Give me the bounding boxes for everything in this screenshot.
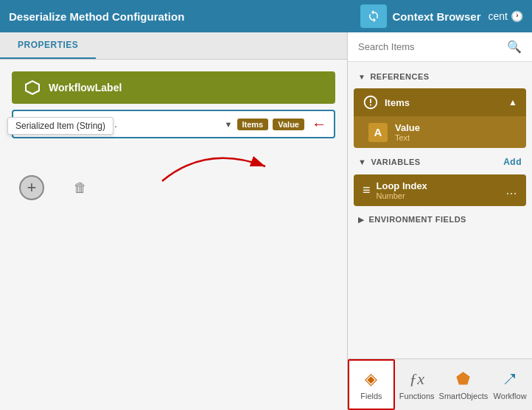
loop-type: Number bbox=[377, 191, 500, 200]
workflow-label: Workflow bbox=[494, 392, 527, 400]
sync-button[interactable] bbox=[360, 4, 387, 28]
context-browser-title: Context Browser bbox=[393, 10, 481, 23]
add-button[interactable]: + bbox=[19, 175, 44, 200]
dropdown-arrow-icon[interactable]: ▼ bbox=[225, 120, 233, 129]
tab-fields[interactable]: ◈ Fields bbox=[348, 359, 395, 410]
environment-header: ▶ ENVIRONMENT FIELDS bbox=[348, 211, 532, 228]
delete-button[interactable]: 🗑 bbox=[74, 180, 87, 196]
search-icon: 🔍 bbox=[507, 40, 522, 54]
clock-icon: 🕐 bbox=[511, 10, 523, 22]
value-name: Value bbox=[395, 122, 516, 133]
smart-objects-label: SmartObjects bbox=[439, 392, 489, 400]
app-title: Deserialize Method Configuration bbox=[9, 10, 360, 23]
tab-functions[interactable]: ƒx Functions bbox=[395, 359, 439, 410]
functions-icon: ƒx bbox=[409, 370, 424, 389]
action-row: + 🗑 bbox=[12, 175, 335, 200]
tab-properties[interactable]: PROPERTIES bbox=[0, 32, 96, 59]
recent-label: cent bbox=[489, 10, 508, 22]
variables-section: ▼ VARIABLES Add ≡ Loop Index Number … bbox=[348, 152, 532, 206]
value-badge[interactable]: Value bbox=[273, 119, 304, 130]
references-collapse-icon[interactable]: ▼ bbox=[358, 73, 365, 81]
workflow-label-text: WorkflowLabel bbox=[49, 82, 122, 93]
properties-tabs: PROPERTIES bbox=[0, 32, 347, 60]
value-type: Text bbox=[395, 133, 516, 142]
value-item[interactable]: A Value Text bbox=[354, 116, 526, 148]
app-header: Deserialize Method Configuration Context… bbox=[0, 0, 532, 32]
loop-icon: ≡ bbox=[363, 183, 371, 198]
tab-workflow[interactable]: ⭧ Workflow bbox=[488, 359, 532, 410]
variables-collapse-icon[interactable]: ▼ bbox=[358, 158, 366, 166]
variables-label: VARIABLES bbox=[371, 158, 420, 166]
sync-icon bbox=[367, 10, 380, 23]
loop-index-block[interactable]: ≡ Loop Index Number … bbox=[354, 174, 526, 206]
search-bar: 🔍 bbox=[348, 32, 532, 62]
workflow-area: WorkflowLabel 📋 Serialized Item (... ▼ I… bbox=[0, 60, 347, 410]
references-header: ▼ REFERENCES bbox=[348, 68, 532, 85]
smart-objects-icon: ⬟ bbox=[456, 370, 470, 389]
workflow-icon: ⭧ bbox=[502, 370, 518, 389]
items-block: Items ▲ A Value Text bbox=[354, 88, 526, 148]
loop-menu-icon[interactable]: … bbox=[505, 184, 517, 197]
left-panel: PROPERTIES WorkflowLabel 📋 Serialized It… bbox=[0, 32, 348, 410]
items-icon bbox=[363, 94, 379, 110]
workflow-label-block: WorkflowLabel bbox=[12, 71, 335, 104]
main-container: PROPERTIES WorkflowLabel 📋 Serialized It… bbox=[0, 32, 532, 410]
fields-icon: ◈ bbox=[365, 370, 377, 389]
env-expand-icon[interactable]: ▶ bbox=[358, 216, 365, 224]
functions-label: Functions bbox=[399, 392, 435, 400]
value-letter: A bbox=[368, 123, 388, 142]
items-title: Items bbox=[385, 97, 503, 108]
arrow-left-icon: ← bbox=[312, 116, 326, 132]
items-block-header[interactable]: Items ▲ bbox=[354, 88, 526, 116]
items-badge[interactable]: Items bbox=[237, 119, 269, 130]
environment-label: ENVIRONMENT FIELDS bbox=[369, 215, 466, 224]
items-expand-icon[interactable]: ▲ bbox=[508, 97, 517, 107]
serialized-tooltip: Serialized Item (String) bbox=[7, 117, 113, 135]
environment-section: ▶ ENVIRONMENT FIELDS bbox=[348, 211, 532, 228]
search-input[interactable] bbox=[358, 41, 501, 52]
fields-label: Fields bbox=[360, 392, 382, 400]
tab-smart-objects[interactable]: ⬟ SmartObjects bbox=[439, 359, 489, 410]
context-content: ▼ REFERENCES Items ▲ A Value Text bbox=[348, 62, 532, 358]
bottom-tabs: ◈ Fields ƒx Functions ⬟ SmartObjects ⭧ W… bbox=[348, 358, 532, 410]
add-variable-link[interactable]: Add bbox=[503, 157, 522, 167]
right-panel: 🔍 ▼ REFERENCES Items ▲ A bbox=[348, 32, 532, 410]
references-label: REFERENCES bbox=[370, 72, 429, 81]
cube-icon bbox=[24, 79, 41, 96]
loop-name: Loop Index bbox=[377, 180, 500, 191]
variables-header: ▼ VARIABLES Add bbox=[348, 152, 532, 172]
